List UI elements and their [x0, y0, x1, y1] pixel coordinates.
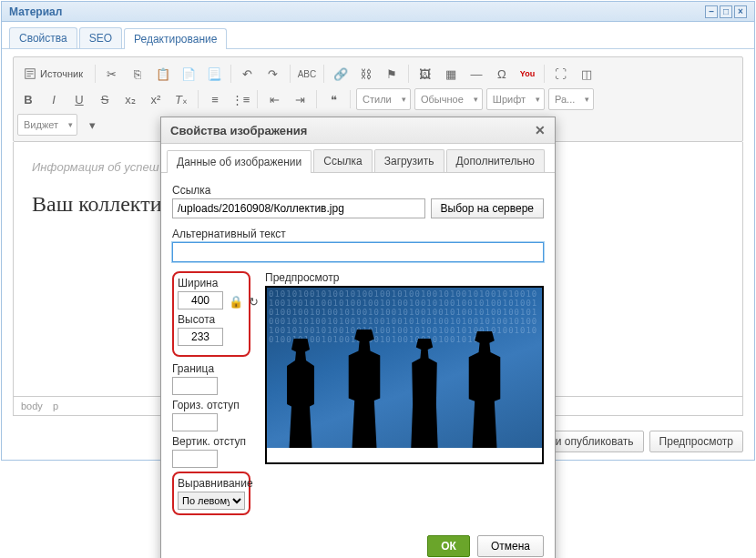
outdent-icon[interactable]: ⇤ — [263, 88, 285, 110]
image-properties-dialog: Свойства изображения ✕ Данные об изображ… — [160, 117, 556, 558]
italic-icon[interactable]: I — [43, 88, 65, 110]
width-label: Ширина — [178, 277, 245, 289]
height-label: Высота — [178, 313, 245, 326]
dialog-titlebar: Свойства изображения ✕ — [161, 117, 555, 144]
window-controls: – □ × — [705, 5, 747, 18]
format-combo[interactable]: Обычное — [414, 88, 483, 110]
dlg-tab-advanced[interactable]: Дополнительно — [446, 149, 545, 172]
preview-label: Предпросмотр — [265, 271, 544, 284]
align-highlight: Выравнивание По левому — [172, 472, 250, 515]
source-button[interactable]: Источник — [17, 63, 89, 85]
size-combo[interactable]: Ра... — [548, 88, 594, 110]
preview-image: 0101010010100101001001010010010100101001… — [267, 288, 542, 448]
titlebar: Материал – □ × — [2, 2, 754, 22]
maximize-icon[interactable]: □ — [720, 5, 732, 18]
height-input[interactable] — [178, 328, 223, 346]
link-icon[interactable]: 🔗 — [330, 63, 352, 85]
vspace-input[interactable] — [172, 450, 218, 468]
spellcheck-icon[interactable]: ABC — [296, 63, 318, 85]
alt-input[interactable] — [172, 242, 544, 262]
cut-icon[interactable]: ✂ — [101, 63, 123, 85]
styles-combo[interactable]: Стили — [356, 88, 411, 110]
indent-icon[interactable]: ⇥ — [289, 88, 311, 110]
superscript-icon[interactable]: x² — [145, 88, 167, 110]
minimize-icon[interactable]: – — [705, 5, 718, 18]
dialog-close-icon[interactable]: ✕ — [535, 123, 546, 137]
image-icon[interactable]: 🖼 — [414, 63, 436, 85]
dlg-tab-link[interactable]: Ссылка — [313, 149, 372, 172]
hspace-label: Гориз. отступ — [172, 399, 250, 411]
subscript-icon[interactable]: x₂ — [119, 88, 141, 110]
preview-box[interactable]: 0101010010100101001001010010010100101001… — [265, 286, 544, 464]
strike-icon[interactable]: S — [94, 88, 116, 110]
border-label: Граница — [172, 362, 250, 375]
tab-edit[interactable]: Редактирование — [124, 28, 227, 49]
alt-label: Альтернативный текст — [172, 228, 544, 240]
hr-icon[interactable]: ― — [465, 63, 487, 85]
bullist-icon[interactable]: ⋮≡ — [230, 88, 251, 110]
bold-icon[interactable]: B — [17, 88, 39, 110]
align-label: Выравнивание — [178, 477, 245, 490]
preview-button[interactable]: Предпросмотр — [649, 431, 743, 452]
cancel-button[interactable]: Отмена — [477, 535, 544, 557]
paste-word-icon[interactable]: 📃 — [203, 63, 225, 85]
border-input[interactable] — [172, 377, 218, 395]
dimension-highlight: Ширина Высота — [172, 271, 250, 357]
redo-icon[interactable]: ↷ — [262, 63, 284, 85]
lock-ratio-icon[interactable]: 🔒 — [229, 295, 243, 309]
window-title: Материал — [9, 5, 62, 18]
vspace-label: Вертик. отступ — [172, 435, 250, 448]
close-icon[interactable]: × — [734, 5, 747, 18]
tab-properties[interactable]: Свойства — [9, 27, 77, 48]
hspace-input[interactable] — [172, 413, 218, 431]
unlink-icon[interactable]: ⛓ — [355, 63, 377, 85]
dialog-footer: ОК Отмена — [161, 526, 555, 558]
blockquote-icon[interactable]: ❝ — [322, 88, 344, 110]
removeformat-icon[interactable]: Tₓ — [170, 88, 192, 110]
paste-icon[interactable]: 📋 — [152, 63, 174, 85]
dialog-title: Свойства изображения — [170, 124, 307, 137]
dimensions-column: Ширина Высота 🔒 ↻ Граница — [172, 271, 250, 515]
numlist-icon[interactable]: ≡ — [204, 88, 226, 110]
browse-server-button[interactable]: Выбор на сервере — [431, 198, 544, 218]
showblocks-icon[interactable]: ◫ — [576, 63, 598, 85]
paste-text-icon[interactable]: 📄 — [178, 63, 199, 85]
underline-icon[interactable]: U — [68, 88, 90, 110]
maximize-icon[interactable]: ⛶ — [550, 63, 572, 85]
table-icon[interactable]: ▦ — [440, 63, 462, 85]
youtube-icon[interactable]: You — [516, 63, 538, 85]
dlg-tab-info[interactable]: Данные об изображении — [167, 150, 312, 173]
font-combo[interactable]: Шрифт — [486, 88, 545, 110]
copy-icon[interactable]: ⎘ — [127, 63, 148, 85]
tab-seo[interactable]: SEO — [79, 27, 122, 48]
dialog-tabs: Данные об изображении Ссылка Загрузить Д… — [161, 144, 555, 173]
dlg-tab-upload[interactable]: Загрузить — [374, 149, 444, 172]
reset-size-icon[interactable]: ↻ — [249, 295, 259, 309]
width-input[interactable] — [178, 291, 223, 309]
specialchar-icon[interactable]: Ω — [491, 63, 513, 85]
widget-combo[interactable]: Виджет — [17, 114, 77, 136]
main-tabs: Свойства SEO Редактирование — [2, 22, 754, 49]
widget-extra-icon[interactable]: ▾ — [81, 114, 103, 136]
align-select[interactable]: По левому — [178, 492, 245, 510]
dialog-body: Ссылка Выбор на сервере Альтернативный т… — [161, 173, 555, 526]
ok-button[interactable]: ОК — [427, 535, 470, 557]
url-label: Ссылка — [172, 184, 425, 197]
url-input[interactable] — [172, 198, 425, 218]
anchor-icon[interactable]: ⚑ — [381, 63, 403, 85]
path-body[interactable]: body — [21, 401, 43, 411]
undo-icon[interactable]: ↶ — [237, 63, 259, 85]
path-p[interactable]: p — [53, 401, 58, 411]
